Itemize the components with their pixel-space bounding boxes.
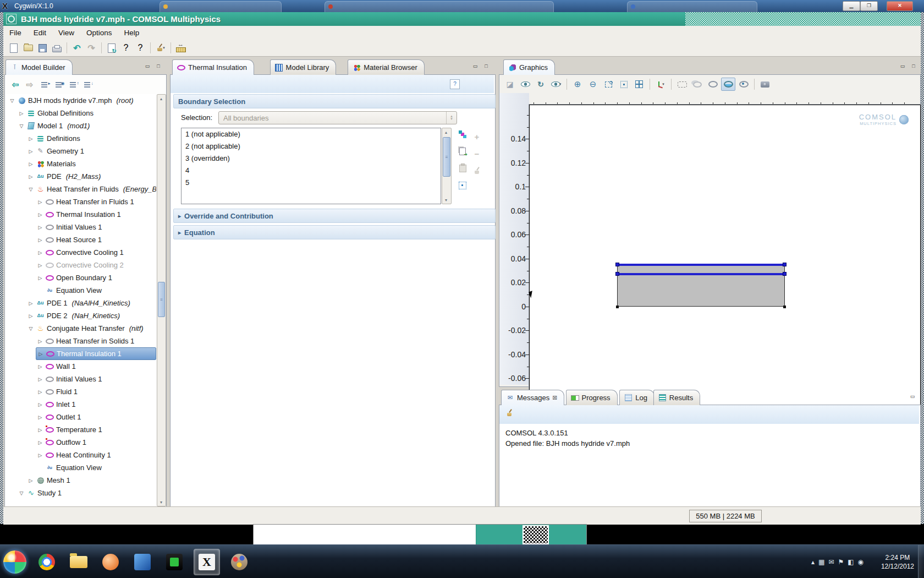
tree-item[interactable]: ▷Global Definitions	[6, 107, 156, 119]
forward-icon[interactable]: ⇨	[24, 79, 35, 90]
tree-item[interactable]: ▷✎Geometry 1	[6, 145, 156, 157]
zoom-extents-icon[interactable]	[632, 78, 646, 91]
panel-minimize-icon[interactable]: ▭	[144, 63, 151, 69]
default-view-icon[interactable]: ▾	[653, 78, 668, 91]
tree-item[interactable]: ▷Fluid 1	[6, 385, 156, 398]
tree-item[interactable]: ▷Wall 1	[6, 360, 156, 373]
comsol-window-icon[interactable]	[6, 14, 16, 24]
collapse-all-icon[interactable]	[38, 79, 50, 90]
tree-item[interactable]: ▷Heat Transfer in Solids 1	[6, 335, 156, 347]
tree-item[interactable]: ∂uEquation View	[6, 284, 156, 297]
open-file-icon[interactable]	[21, 41, 35, 54]
tree-expand-icon[interactable]: ▷	[37, 263, 43, 268]
tree-expand-icon[interactable]: ▽	[28, 187, 34, 192]
tab-progress[interactable]: Progress	[566, 390, 618, 405]
tree-expand-icon[interactable]: ▽	[9, 98, 15, 103]
clear-selection-button[interactable]	[471, 165, 482, 177]
tree-item[interactable]: ▷Materials	[6, 157, 156, 170]
update-solution-icon[interactable]	[105, 41, 118, 54]
refresh-view-icon[interactable]: ↻	[534, 78, 548, 91]
selection-dropdown[interactable]: All boundaries ▲▼	[218, 111, 457, 124]
tree-item[interactable]: ▷Convective Cooling 1	[6, 246, 156, 259]
panel-window-buttons[interactable]: ▭	[909, 394, 916, 399]
zoom-box-icon[interactable]	[601, 78, 615, 91]
model-builder-tab[interactable]: ⊺ Model Builder	[6, 59, 73, 75]
tree-vertical-scrollbar[interactable]: ▴ ≡ ▾	[157, 94, 166, 506]
tree-expand-icon[interactable]: ▷	[37, 440, 43, 445]
undo-icon[interactable]: ↶	[70, 41, 84, 54]
menu-edit[interactable]: Edit	[28, 27, 52, 39]
tree-item[interactable]: ▷Outflow 1	[6, 436, 156, 449]
mail-tray-icon[interactable]: ✉	[828, 558, 834, 566]
tree-expand-icon[interactable]: ▷	[37, 402, 43, 407]
vertex-handle[interactable]	[783, 272, 787, 276]
collapse-chevron-icon[interactable]: ▸	[178, 213, 181, 219]
tree-item[interactable]: ▷Convective Cooling 2	[6, 259, 156, 271]
tree-expand-icon[interactable]: ▷	[37, 199, 43, 205]
tree-expand-icon[interactable]: ▽	[18, 490, 25, 496]
show-desktop-button[interactable]	[918, 545, 924, 578]
panel-window-buttons[interactable]: ▭□	[144, 63, 162, 69]
section-equation[interactable]: ▸Equation	[173, 225, 496, 239]
move-down-icon[interactable]	[81, 79, 92, 90]
tab-results[interactable]: Results	[653, 390, 700, 405]
tree-expand-icon[interactable]: ▷	[37, 364, 43, 369]
copy-selection-button[interactable]	[457, 145, 468, 157]
view-hide-icon[interactable]	[518, 78, 532, 91]
tree-item[interactable]: ▷ΔuPDE(H2_Mass)	[6, 170, 156, 183]
tree-expand-icon[interactable]: ▷	[37, 339, 43, 344]
tree-expand-icon[interactable]: ▷	[28, 136, 34, 141]
panel-minimize-icon[interactable]: ▭	[909, 394, 916, 399]
app-green-icon[interactable]	[162, 549, 187, 575]
background-window-fragment[interactable]	[253, 524, 587, 546]
gimp-icon[interactable]	[227, 549, 252, 575]
back-icon[interactable]: ⇦	[10, 79, 21, 90]
tree-item[interactable]: ▽♨Heat Transfer in Fluids(Energy_Ba	[6, 183, 156, 195]
boundary-list-item[interactable]: 4	[182, 165, 441, 177]
remove-from-selection-button[interactable]: −	[471, 148, 482, 160]
tab-material-browser[interactable]: Material Browser	[348, 59, 425, 75]
tab-thermal-insulation[interactable]: Thermal Insulation	[172, 59, 254, 75]
panel-window-buttons[interactable]: ▭□	[471, 63, 490, 69]
tree-expand-icon[interactable]: ▷	[28, 313, 34, 319]
scrollbar-thumb[interactable]: ≡	[158, 282, 165, 317]
tree-item[interactable]: ▷Definitions	[6, 132, 156, 145]
tree-expand-icon[interactable]: ▷	[28, 301, 34, 306]
boundary-list-item[interactable]: 5	[182, 177, 441, 189]
tree-item[interactable]: ▷Heat Transfer in Fluids 1	[6, 195, 156, 208]
scroll-down-icon[interactable]: ▾	[157, 498, 165, 506]
tab-close-icon[interactable]: ⊠	[552, 394, 557, 401]
clear-all-meshes-icon[interactable]: ▾	[154, 41, 167, 54]
save-icon[interactable]	[36, 41, 49, 54]
tree-expand-icon[interactable]: ▷	[28, 149, 34, 154]
tree-expand-icon[interactable]: ▷	[37, 237, 43, 243]
tree-item[interactable]: ▽Model 1(mod1)	[6, 119, 156, 132]
clear-messages-icon[interactable]	[506, 409, 513, 419]
scroll-up-icon[interactable]: ▴	[157, 95, 165, 102]
selected-boundary-edge[interactable]	[617, 273, 785, 275]
transparency-icon[interactable]: ◪	[503, 78, 517, 91]
select-domain-icon[interactable]	[706, 78, 720, 91]
tree-item[interactable]: ▷ΔuPDE 2(NaH_Kinetics)	[6, 309, 156, 322]
settings-help-icon[interactable]: ?	[450, 79, 460, 89]
app-tray-icon[interactable]: ▦	[818, 558, 824, 566]
move-up-icon[interactable]	[67, 79, 78, 90]
tree-expand-icon[interactable]: ▷	[28, 478, 34, 483]
chrome-icon[interactable]	[34, 549, 59, 575]
dropdown-caret-icon[interactable]: ▾	[559, 82, 562, 86]
tree-expand-icon[interactable]: ▷	[37, 427, 43, 433]
panel-minimize-icon[interactable]: ▭	[471, 63, 479, 69]
select-box-icon[interactable]	[675, 78, 689, 91]
volume-tray-icon[interactable]: ◉	[858, 558, 864, 566]
tree-expand-icon[interactable]: ▽	[28, 326, 34, 331]
tree-item[interactable]: ▷Inlet 1	[6, 398, 156, 411]
network-tray-icon[interactable]: ◧	[848, 558, 854, 566]
tree-item[interactable]: ▷Open Boundary 1	[6, 271, 156, 284]
boundary-list-item[interactable]: 1 (not applicable)	[182, 128, 441, 140]
collapse-chevron-icon[interactable]: ▸	[178, 230, 181, 236]
menu-help[interactable]: Help	[118, 27, 146, 39]
tree-expand-icon[interactable]: ▷	[28, 161, 34, 167]
measure-icon[interactable]	[174, 41, 188, 54]
menu-view[interactable]: View	[52, 27, 80, 39]
select-point-icon[interactable]	[736, 78, 751, 91]
